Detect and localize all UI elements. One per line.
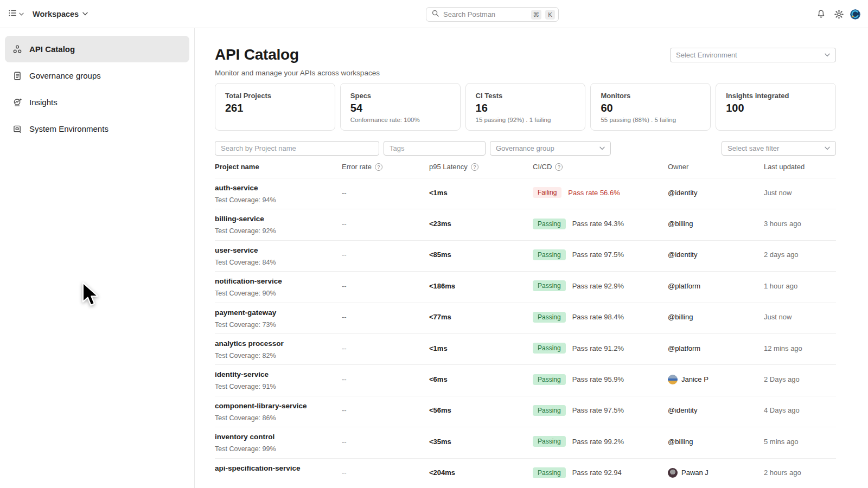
user-avatar[interactable] bbox=[850, 9, 860, 20]
project-name: user-service bbox=[215, 246, 342, 255]
sidebar-item-api-catalog[interactable]: API Catalog bbox=[5, 36, 189, 62]
workspaces-menu-button[interactable]: Workspaces bbox=[33, 10, 88, 18]
error-rate-cell: -- bbox=[342, 394, 429, 427]
save-filter-value: Select save filter bbox=[727, 144, 779, 152]
table-row[interactable]: auth-serviceTest Coverage: 94%--<1msFail… bbox=[215, 178, 836, 209]
project-search-input[interactable] bbox=[215, 141, 379, 156]
table-row[interactable]: billing-serviceTest Coverage: 92%--<23ms… bbox=[215, 209, 836, 240]
status-badge: Failing bbox=[533, 187, 561, 198]
table-row[interactable]: user-serviceTest Coverage: 84%--<85msPas… bbox=[215, 240, 836, 271]
project-name: auth-service bbox=[215, 183, 342, 193]
stat-value: 261 bbox=[225, 102, 325, 114]
governance-groups-icon bbox=[12, 71, 22, 81]
pass-rate: Pass rate 92.94 bbox=[572, 468, 622, 477]
topbar-left: Workspaces bbox=[0, 8, 88, 20]
column-header-error-rate: Error rate? bbox=[342, 163, 429, 171]
topbar: Workspaces Search Postman ⌘ K bbox=[0, 0, 868, 28]
sidebar-item-label: Governance groups bbox=[29, 71, 101, 80]
owner-team: @identity bbox=[668, 406, 697, 414]
environment-select[interactable]: Select Environment bbox=[670, 48, 836, 62]
owner-cell: @identity bbox=[668, 239, 764, 271]
test-coverage: Test Coverage: 82% bbox=[215, 351, 342, 360]
last-updated-cell: Just now bbox=[764, 301, 836, 333]
chevron-down-icon bbox=[19, 12, 24, 16]
help-icon[interactable]: ? bbox=[555, 163, 563, 171]
app-window: Workspaces Search Postman ⌘ K bbox=[0, 0, 868, 488]
owner-cell: @billing bbox=[668, 207, 764, 240]
last-updated-cell: 2 hours ago bbox=[764, 457, 836, 488]
last-updated-cell: 2 days ago bbox=[764, 239, 836, 271]
owner-cell: @platform bbox=[668, 269, 764, 302]
status-badge: Passing bbox=[533, 436, 566, 447]
stat-card-specs: Specs54Conformance rate: 100% bbox=[340, 83, 461, 131]
column-header-owner: Owner bbox=[668, 163, 764, 171]
last-updated-cell: 5 mins ago bbox=[764, 425, 836, 458]
workspaces-label: Workspaces bbox=[33, 10, 79, 18]
global-search-input[interactable]: Search Postman ⌘ K bbox=[426, 7, 559, 22]
stat-card-monitors: Monitors6055 passing (88%) . 5 failing bbox=[590, 83, 711, 131]
help-icon[interactable]: ? bbox=[471, 163, 478, 171]
error-rate-cell: -- bbox=[342, 239, 429, 271]
cicd-cell: PassingPass rate 97.5% bbox=[533, 239, 668, 271]
stat-label: CI Tests bbox=[476, 92, 576, 100]
settings-button[interactable] bbox=[832, 8, 845, 21]
latency-cell: <35ms bbox=[429, 425, 533, 458]
projects-table: Project nameError rate?p95 Latency?CI/CD… bbox=[215, 163, 836, 488]
column-header-p95-latency: p95 Latency? bbox=[429, 163, 533, 171]
error-rate-cell: -- bbox=[342, 207, 429, 240]
workspace-switcher-button[interactable] bbox=[8, 8, 24, 20]
sidebar-item-label: Insights bbox=[29, 98, 58, 107]
help-icon[interactable]: ? bbox=[375, 163, 382, 171]
error-rate-cell: -- bbox=[342, 176, 429, 209]
sidebar-item-insights[interactable]: Insights bbox=[5, 89, 189, 115]
project-name: notification-service bbox=[215, 277, 342, 286]
owner-avatar bbox=[668, 468, 678, 478]
pass-rate: Pass rate 99.2% bbox=[572, 438, 624, 446]
notifications-button[interactable] bbox=[814, 8, 827, 21]
search-placeholder: Search Postman bbox=[443, 10, 527, 18]
error-rate-cell: -- bbox=[342, 457, 429, 488]
table-row[interactable]: api-specification-service--<204msPassing… bbox=[215, 458, 836, 488]
error-rate-cell: -- bbox=[342, 332, 429, 364]
tags-input[interactable] bbox=[384, 141, 486, 156]
page-title: API Catalog bbox=[215, 46, 380, 63]
column-header-ci-cd: CI/CD? bbox=[533, 163, 668, 171]
table-header-row: Project nameError rate?p95 Latency?CI/CD… bbox=[215, 163, 836, 178]
pass-rate: Pass rate 97.5% bbox=[572, 406, 624, 414]
chevron-down-icon bbox=[82, 12, 88, 16]
test-coverage: Test Coverage: 73% bbox=[215, 320, 342, 329]
stat-card-insights-integrated: Insights integrated100 bbox=[716, 83, 836, 131]
table-row[interactable]: inventory controlTest Coverage: 99%--<35… bbox=[215, 427, 836, 458]
stat-card-ci-tests: CI Tests1615 passing (92%) . 1 failing bbox=[465, 83, 586, 131]
table-row[interactable]: notification-serviceTest Coverage: 90%--… bbox=[215, 271, 836, 302]
last-updated-cell: 2 Days ago bbox=[764, 363, 836, 395]
save-filter-select[interactable]: Select save filter bbox=[722, 141, 836, 156]
sidebar-item-governance-groups[interactable]: Governance groups bbox=[5, 62, 189, 89]
project-name-cell: notification-serviceTest Coverage: 90% bbox=[215, 272, 342, 302]
stat-label: Insights integrated bbox=[726, 92, 826, 100]
project-name-cell: api-specification-service bbox=[215, 459, 342, 488]
latency-cell: <1ms bbox=[429, 332, 533, 364]
table-row[interactable]: component-library-serviceTest Coverage: … bbox=[215, 396, 836, 427]
system-environments-icon bbox=[12, 124, 22, 134]
cmd-key: ⌘ bbox=[531, 10, 542, 20]
bell-icon bbox=[816, 9, 826, 19]
pass-rate: Pass rate 91.2% bbox=[572, 344, 624, 352]
test-coverage: Test Coverage: 86% bbox=[215, 414, 342, 422]
table-row[interactable]: identity-serviceTest Coverage: 91%--<6ms… bbox=[215, 364, 836, 395]
insights-icon bbox=[12, 98, 22, 107]
project-name: payment-gateway bbox=[215, 308, 342, 318]
owner-team: @identity bbox=[668, 189, 697, 197]
governance-group-select[interactable]: Governance group bbox=[490, 141, 611, 156]
table-row[interactable]: payment-gatewayTest Coverage: 73%--<77ms… bbox=[215, 303, 836, 333]
owner-team: @platform bbox=[668, 282, 700, 290]
status-badge: Passing bbox=[533, 405, 566, 416]
owner-name: Janice P bbox=[681, 375, 709, 383]
avatar-image bbox=[850, 9, 860, 20]
table-row[interactable]: analytics processorTest Coverage: 82%--<… bbox=[215, 333, 836, 364]
sidebar-item-system-environments[interactable]: System Environments bbox=[5, 115, 189, 142]
chevron-down-icon bbox=[825, 53, 830, 57]
pass-rate: Pass rate 95.9% bbox=[572, 375, 624, 383]
project-name: billing-service bbox=[215, 214, 342, 224]
owner-cell: @identity bbox=[668, 394, 764, 427]
